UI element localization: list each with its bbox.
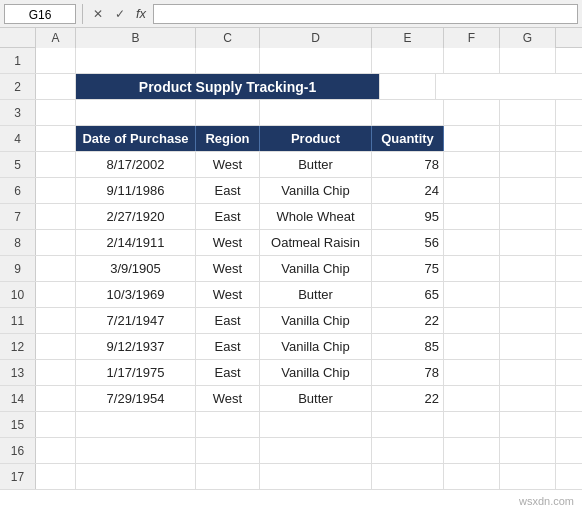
- cell-d16[interactable]: [260, 438, 372, 463]
- cell-f7[interactable]: [444, 204, 500, 229]
- cell-f13[interactable]: [444, 360, 500, 385]
- cell-g4[interactable]: [500, 126, 556, 151]
- cell-f14[interactable]: [444, 386, 500, 411]
- cell-region-7[interactable]: East: [196, 204, 260, 229]
- cell-product-11[interactable]: Vanilla Chip: [260, 308, 372, 333]
- cell-f12[interactable]: [444, 334, 500, 359]
- cell-region-13[interactable]: East: [196, 360, 260, 385]
- cell-date-5[interactable]: 8/17/2002: [76, 152, 196, 177]
- cell-date-13[interactable]: 1/17/1975: [76, 360, 196, 385]
- cell-b17[interactable]: [76, 464, 196, 489]
- cell-g15[interactable]: [500, 412, 556, 437]
- name-box[interactable]: G16: [4, 4, 76, 24]
- cell-date-8[interactable]: 2/14/1911: [76, 230, 196, 255]
- cell-region-14[interactable]: West: [196, 386, 260, 411]
- cell-f3[interactable]: [444, 100, 500, 125]
- cell-date-7[interactable]: 2/27/1920: [76, 204, 196, 229]
- cell-a11[interactable]: [36, 308, 76, 333]
- cell-g1[interactable]: [500, 48, 556, 73]
- col-header-g[interactable]: G: [500, 28, 556, 48]
- cell-c1[interactable]: [196, 48, 260, 73]
- cell-qty-12[interactable]: 85: [372, 334, 444, 359]
- cell-f10[interactable]: [444, 282, 500, 307]
- cell-a7[interactable]: [36, 204, 76, 229]
- cell-d3[interactable]: [260, 100, 372, 125]
- cell-b1[interactable]: [76, 48, 196, 73]
- cell-qty-6[interactable]: 24: [372, 178, 444, 203]
- cell-g12[interactable]: [500, 334, 556, 359]
- formula-input[interactable]: [153, 4, 578, 24]
- cell-region-6[interactable]: East: [196, 178, 260, 203]
- cell-qty-13[interactable]: 78: [372, 360, 444, 385]
- cell-g11[interactable]: [500, 308, 556, 333]
- cell-f1[interactable]: [444, 48, 500, 73]
- cell-g5[interactable]: [500, 152, 556, 177]
- cell-e17[interactable]: [372, 464, 444, 489]
- cell-product-5[interactable]: Butter: [260, 152, 372, 177]
- cell-d17[interactable]: [260, 464, 372, 489]
- cell-date-6[interactable]: 9/11/1986: [76, 178, 196, 203]
- cell-product-7[interactable]: Whole Wheat: [260, 204, 372, 229]
- col-header-c[interactable]: C: [196, 28, 260, 48]
- cell-d15[interactable]: [260, 412, 372, 437]
- cell-a16[interactable]: [36, 438, 76, 463]
- cell-qty-10[interactable]: 65: [372, 282, 444, 307]
- cell-b3[interactable]: [76, 100, 196, 125]
- col-header-d[interactable]: D: [260, 28, 372, 48]
- cell-d1[interactable]: [260, 48, 372, 73]
- cell-product-8[interactable]: Oatmeal Raisin: [260, 230, 372, 255]
- cell-a2[interactable]: [36, 74, 76, 99]
- header-quantity[interactable]: Quantity: [372, 126, 444, 151]
- cell-f11[interactable]: [444, 308, 500, 333]
- cell-a17[interactable]: [36, 464, 76, 489]
- cell-a10[interactable]: [36, 282, 76, 307]
- cell-date-9[interactable]: 3/9/1905: [76, 256, 196, 281]
- header-product[interactable]: Product: [260, 126, 372, 151]
- confirm-icon[interactable]: ✓: [111, 5, 129, 23]
- cell-region-8[interactable]: West: [196, 230, 260, 255]
- cell-product-14[interactable]: Butter: [260, 386, 372, 411]
- cell-region-10[interactable]: West: [196, 282, 260, 307]
- cell-g10[interactable]: [500, 282, 556, 307]
- col-header-b[interactable]: B: [76, 28, 196, 48]
- cell-f4[interactable]: [444, 126, 500, 151]
- cell-qty-9[interactable]: 75: [372, 256, 444, 281]
- cell-f15[interactable]: [444, 412, 500, 437]
- cell-g3[interactable]: [500, 100, 556, 125]
- cell-a3[interactable]: [36, 100, 76, 125]
- cell-product-9[interactable]: Vanilla Chip: [260, 256, 372, 281]
- col-header-e[interactable]: E: [372, 28, 444, 48]
- cell-e1[interactable]: [372, 48, 444, 73]
- cell-a15[interactable]: [36, 412, 76, 437]
- cell-qty-14[interactable]: 22: [372, 386, 444, 411]
- cell-a14[interactable]: [36, 386, 76, 411]
- cell-region-12[interactable]: East: [196, 334, 260, 359]
- cell-g16[interactable]: [500, 438, 556, 463]
- cell-g13[interactable]: [500, 360, 556, 385]
- cell-g17[interactable]: [500, 464, 556, 489]
- cell-a12[interactable]: [36, 334, 76, 359]
- header-date[interactable]: Date of Purchase: [76, 126, 196, 151]
- cell-product-10[interactable]: Butter: [260, 282, 372, 307]
- cell-c3[interactable]: [196, 100, 260, 125]
- cell-product-13[interactable]: Vanilla Chip: [260, 360, 372, 385]
- cell-g7[interactable]: [500, 204, 556, 229]
- cell-f9[interactable]: [444, 256, 500, 281]
- cell-a13[interactable]: [36, 360, 76, 385]
- cell-region-11[interactable]: East: [196, 308, 260, 333]
- cell-e16[interactable]: [372, 438, 444, 463]
- cell-b15[interactable]: [76, 412, 196, 437]
- cell-f5[interactable]: [444, 152, 500, 177]
- cell-g14[interactable]: [500, 386, 556, 411]
- cell-region-5[interactable]: West: [196, 152, 260, 177]
- cell-g9[interactable]: [500, 256, 556, 281]
- cell-f6[interactable]: [444, 178, 500, 203]
- header-region[interactable]: Region: [196, 126, 260, 151]
- cell-a1[interactable]: [36, 48, 76, 73]
- cell-a4[interactable]: [36, 126, 76, 151]
- cell-g6[interactable]: [500, 178, 556, 203]
- cell-a5[interactable]: [36, 152, 76, 177]
- cell-g2[interactable]: [380, 74, 436, 99]
- cell-c15[interactable]: [196, 412, 260, 437]
- cell-e3[interactable]: [372, 100, 444, 125]
